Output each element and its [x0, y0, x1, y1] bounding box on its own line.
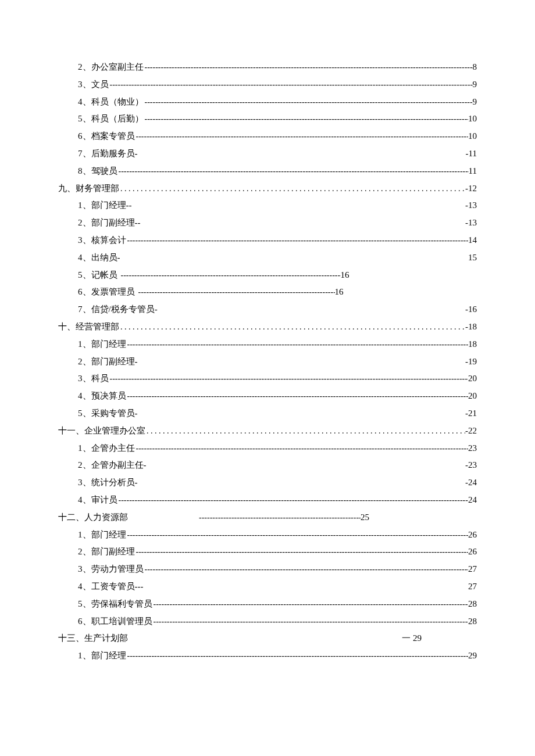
toc-sub-row: 6、档案专管员10	[58, 132, 477, 141]
toc-leader	[126, 341, 469, 349]
toc-label: 1、企管办主任	[78, 444, 135, 453]
toc-label: 4、审计员	[78, 496, 117, 504]
toc-label: 2、部门副经理-	[78, 357, 138, 366]
toc-label: 3、劳动力管理员	[78, 565, 144, 574]
toc-sub-row: 3、劳动力管理员27	[58, 565, 477, 574]
toc-leader	[109, 375, 469, 383]
toc-sub-row: 2、办公室副主任8	[58, 63, 477, 71]
toc-leader	[119, 323, 465, 331]
toc-label: 1、部门经理	[78, 651, 126, 660]
toc-label: 6、职工培训管理员	[78, 617, 152, 626]
toc-leader	[144, 115, 469, 123]
toc-label: 4、科员（物业）	[78, 98, 144, 106]
toc-sub-row: 4、科员（物业）9	[58, 98, 477, 106]
toc-label: 2、办公室副主任	[78, 63, 144, 71]
toc-leader	[135, 132, 469, 141]
toc-leader	[120, 271, 341, 280]
toc-leader	[135, 445, 469, 453]
toc-page-number: 15	[468, 253, 477, 262]
toc-page-number: -23	[465, 461, 477, 470]
toc-sub-row: 7、信贷/税务专管员--16	[58, 305, 477, 314]
toc-page-number: -19	[465, 357, 477, 366]
toc-page-number: 27	[468, 582, 477, 591]
toc-sub-row: 5、科员（后勤）10	[58, 114, 477, 123]
toc-page-number: 23	[468, 444, 477, 453]
toc-label: 3、科员	[78, 374, 109, 383]
table-of-contents: 2、办公室副主任83、文员94、科员（物业）95、科员（后勤）106、档案专管员…	[58, 63, 477, 660]
toc-label: 2、部门副经理	[78, 547, 135, 556]
toc-label: 1、部门经理--	[78, 201, 132, 210]
toc-page-number: 9	[473, 98, 477, 106]
toc-sub-row: 2、企管办副主任--23	[58, 461, 477, 470]
toc-page-number: -13	[465, 218, 477, 227]
toc-sub-row: 1、部门经理29	[58, 651, 477, 660]
toc-label: 5、采购专管员-	[78, 409, 138, 418]
toc-sub-row: 4、出纳员-15	[58, 253, 477, 262]
toc-page-number: 26	[468, 531, 477, 539]
toc-section-row: 十二、人力资源部25	[58, 513, 477, 522]
toc-sub-row: 5、记帐员16	[58, 271, 477, 280]
toc-sub-row: 5、采购专管员--21	[58, 409, 477, 418]
toc-page-number: 14	[468, 236, 477, 245]
toc-page-number: 24	[468, 496, 477, 504]
toc-leader	[126, 237, 469, 245]
toc-leader	[117, 496, 469, 504]
toc-page-number: 29	[413, 634, 422, 643]
toc-label: 十二、人力资源部	[58, 513, 128, 522]
toc-leader	[144, 565, 469, 574]
toc-page-number: 18	[468, 340, 477, 349]
toc-page-number: -12	[465, 184, 477, 193]
toc-label: 7、信贷/税务专管员-	[78, 305, 158, 314]
toc-label: 8、驾驶员	[78, 167, 117, 175]
toc-sub-row: 6、职工培训管理员28	[58, 617, 477, 626]
toc-leader	[119, 185, 465, 193]
toc-page-number: -24	[465, 478, 477, 487]
toc-sub-row: 1、企管办主任23	[58, 444, 477, 453]
toc-label: 十三、生产计划部	[58, 634, 128, 643]
toc-label: 4、预决算员	[78, 392, 126, 400]
toc-sub-row: 5、劳保福利专管员28	[58, 600, 477, 608]
toc-label: 3、文员	[78, 80, 109, 89]
toc-section-row: 十、经营管理部-18	[58, 323, 477, 331]
toc-page-number: 26	[468, 547, 477, 556]
toc-sub-row: 1、部门经理---13	[58, 201, 477, 210]
toc-leader	[117, 167, 469, 175]
toc-sub-row: 1、部门经理18	[58, 340, 477, 349]
toc-sub-row: 2、部门副经理---13	[58, 218, 477, 227]
toc-label: 1、部门经理	[78, 531, 126, 539]
toc-sub-row: 4、工资专管员---27	[58, 582, 477, 591]
toc-section-row: 十三、生产计划部一29	[58, 634, 477, 643]
toc-label: 5、劳保福利专管员	[78, 600, 152, 608]
toc-sub-row: 7、后勤服务员--11	[58, 149, 477, 158]
toc-label: 1、部门经理	[78, 340, 126, 349]
toc-page-number: -13	[465, 201, 477, 210]
toc-page-number: 16	[335, 288, 344, 296]
toc-label: 十、经营管理部	[58, 323, 119, 331]
toc-page-number: 9	[473, 80, 477, 89]
toc-page-number: 27	[468, 565, 477, 574]
toc-dash-prefix: 一	[402, 634, 411, 643]
toc-page-number: 28	[468, 617, 477, 626]
toc-page-number: 20	[468, 392, 477, 400]
toc-page-number: 20	[468, 374, 477, 383]
toc-leader	[135, 548, 469, 556]
toc-sub-row: 3、文员9	[58, 80, 477, 89]
toc-label: 6、发票管理员	[78, 288, 135, 296]
toc-page-number: -21	[465, 409, 477, 418]
toc-label: 3、统计分析员-	[78, 478, 138, 487]
toc-label: 2、企管办副主任-	[78, 461, 147, 470]
toc-label: 6、档案专管员	[78, 132, 135, 141]
toc-sub-row: 3、核算会计14	[58, 236, 477, 245]
toc-label: 3、核算会计	[78, 236, 126, 245]
toc-sub-row: 4、审计员24	[58, 496, 477, 504]
toc-section-row: 九、财务管理部-12	[58, 184, 477, 193]
toc-page-number: 29	[468, 651, 477, 660]
toc-label: 2、部门副经理--	[78, 218, 141, 227]
toc-leader	[144, 98, 473, 106]
toc-page-number: 11	[469, 167, 477, 175]
toc-page-number: -16	[465, 305, 477, 314]
toc-leader	[126, 392, 469, 400]
toc-page-number: -11	[466, 149, 477, 158]
toc-sub-row: 4、预决算员20	[58, 392, 477, 400]
toc-leader	[145, 427, 465, 435]
